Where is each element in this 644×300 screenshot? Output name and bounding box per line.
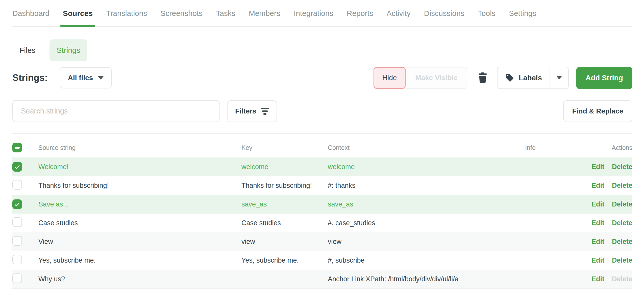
string-key-text: view [241,238,328,246]
row-actions: EditDelete [558,275,632,283]
nav-item-screenshots[interactable]: Screenshots [160,9,203,26]
visibility-button-group: Hide Make Visible [374,67,468,89]
table-header-row: Source string Key Context Info Actions [12,138,632,157]
strings-toolbar: Strings: All files Hide Make Visible [12,67,632,89]
delete-selected-button[interactable] [476,72,489,84]
string-context-text: Anchor Link XPath: /html/body/div/div/ul… [328,275,503,283]
filters-button[interactable]: Filters [227,100,277,122]
row-checkbox[interactable] [12,255,22,264]
row-checkbox[interactable] [12,273,22,283]
row-checkbox[interactable] [12,199,22,209]
nav-item-dashboard[interactable]: Dashboard [12,9,49,26]
header-key: Key [241,144,328,151]
edit-link[interactable]: Edit [591,200,604,208]
string-context-text: save_as [328,200,503,208]
edit-link[interactable]: Edit [591,163,604,171]
strings-table: Source string Key Context Info Actions W… [12,138,632,289]
make-visible-button[interactable]: Make Visible [405,67,468,88]
header-context: Context [328,144,503,151]
string-key-text: Thanks for subscribing! [241,182,328,190]
table-row: Save as...save_assave_asEditDelete [12,195,632,214]
row-checkbox[interactable] [12,217,22,227]
row-checkbox-cell [12,255,38,266]
string-key-text: Case studies [241,219,328,227]
find-replace-button[interactable]: Find & Replace [563,100,632,122]
row-checkbox-cell [12,217,38,229]
labels-split-button: Labels [497,67,569,89]
table-row: ViewviewviewEditDelete [12,232,632,251]
row-checkbox-cell [12,180,38,191]
source-string-text: Yes, subscribe me. [38,257,241,264]
row-checkbox-cell [12,273,38,285]
tag-icon [505,73,514,82]
labels-button-label: Labels [519,74,542,82]
file-filter-dropdown[interactable]: All files [60,67,112,88]
search-row: Filters Find & Replace [12,100,632,122]
select-all-checkbox[interactable] [12,143,22,152]
delete-link[interactable]: Delete [612,182,632,190]
header-checkbox-cell [12,143,38,153]
edit-link[interactable]: Edit [591,182,604,190]
trash-icon [478,72,487,83]
page-title: Strings: [12,73,48,83]
delete-link[interactable]: Delete [612,257,632,264]
labels-button[interactable]: Labels [498,67,550,88]
nav-item-integrations[interactable]: Integrations [294,9,333,26]
filters-button-label: Filters [235,107,256,115]
nav-item-members[interactable]: Members [249,9,280,26]
table-row: Thanks for subscribing!Thanks for subscr… [12,176,632,195]
source-subtabs: Files Strings [12,39,632,61]
header-actions: Actions [558,144,632,151]
search-input[interactable] [12,100,220,122]
row-actions: EditDelete [558,182,632,190]
delete-link[interactable]: Delete [612,275,632,283]
nav-item-settings[interactable]: Settings [509,9,536,26]
row-checkbox[interactable] [12,162,22,172]
add-string-button[interactable]: Add String [576,67,632,89]
chevron-down-icon [98,76,104,80]
nav-item-discussions[interactable]: Discussions [424,9,464,26]
table-rows: Welcome!welcomewelcomeEditDeleteThanks f… [12,157,632,289]
delete-link[interactable]: Delete [612,238,632,246]
string-context-text: #: thanks [328,182,503,190]
string-key-text: welcome [241,163,328,171]
edit-link[interactable]: Edit [591,275,604,283]
edit-link[interactable]: Edit [591,238,604,246]
source-string-text: Thanks for subscribing! [38,182,241,190]
string-context-text: welcome [328,163,503,171]
chevron-down-icon [557,76,562,79]
source-string-text: View [38,238,241,246]
nav-item-translations[interactable]: Translations [106,9,147,26]
tab-strings[interactable]: Strings [49,39,87,61]
delete-link[interactable]: Delete [612,200,632,208]
nav-item-reports[interactable]: Reports [347,9,373,26]
table-row: Why us?Anchor Link XPath: /html/body/div… [12,270,632,288]
row-checkbox[interactable] [12,180,22,190]
project-nav: DashboardSourcesTranslationsScreenshotsT… [12,0,632,27]
check-icon [14,201,20,207]
nav-item-tools[interactable]: Tools [478,9,496,26]
row-checkbox[interactable] [12,236,22,246]
nav-item-sources[interactable]: Sources [63,9,93,26]
check-icon [14,164,20,170]
header-source-string: Source string [38,144,241,151]
row-actions: EditDelete [558,257,632,264]
delete-link[interactable]: Delete [612,219,632,227]
tab-files[interactable]: Files [12,39,42,61]
source-string-text: Case studies [38,219,241,227]
table-row: Yes, subscribe me.Yes, subscribe me.#, s… [12,251,632,270]
source-string-text: Save as... [38,200,241,208]
project-nav-list: DashboardSourcesTranslationsScreenshotsT… [12,9,632,26]
nav-item-tasks[interactable]: Tasks [216,9,235,26]
labels-dropdown-toggle[interactable] [550,67,568,88]
delete-link[interactable]: Delete [612,163,632,171]
strings-page: DashboardSourcesTranslationsScreenshotsT… [0,0,644,289]
nav-item-activity[interactable]: Activity [387,9,411,26]
edit-link[interactable]: Edit [591,219,604,227]
string-context-text: view [328,238,503,246]
table-row: Case studiesCase studies#. case_studiesE… [12,214,632,232]
edit-link[interactable]: Edit [591,257,604,264]
hide-button[interactable]: Hide [374,67,406,89]
row-actions: EditDelete [558,200,632,208]
file-filter-value: All files [68,74,93,82]
